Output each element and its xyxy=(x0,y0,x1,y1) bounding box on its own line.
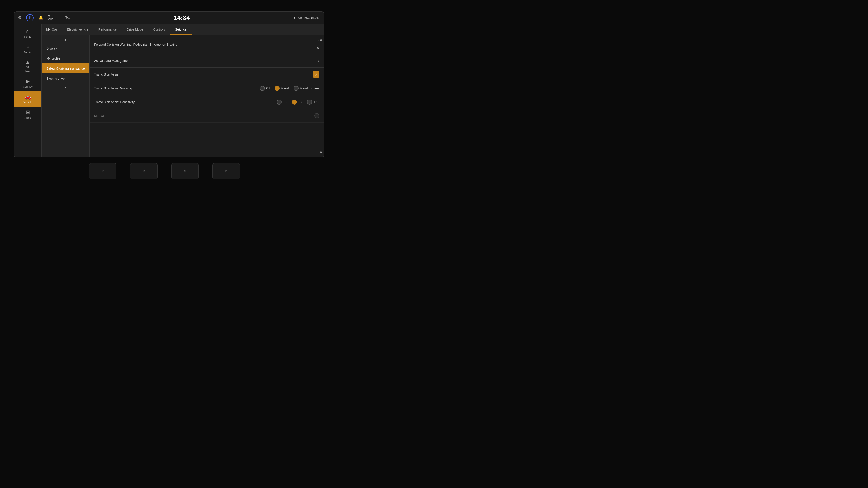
bottom-area: P R N D xyxy=(0,158,329,185)
screen-frame: ⚙ 🎙 🔔 34° OUT 🛰 14:34 ▶ Ole (feat. BNXN)… xyxy=(14,11,324,158)
panel-scroll-down[interactable]: ∨ xyxy=(319,150,322,155)
now-playing: ▶ Ole (feat. BNXN) xyxy=(294,16,320,20)
fcw-arrow-right[interactable]: › xyxy=(318,39,319,43)
tab-drive-mode[interactable]: Drive Mode xyxy=(122,24,148,35)
time-display: 14:34 xyxy=(72,14,291,22)
fcw-arrow-up[interactable]: ∧ xyxy=(316,45,319,50)
settings-status-icon[interactable]: ⚙ xyxy=(18,15,22,20)
tsa-checkbox[interactable]: ✓ xyxy=(313,71,319,77)
sidebar-item-media[interactable]: ♪ Media xyxy=(14,41,41,57)
sub-content: ▲ Display My profile Safety & driving as… xyxy=(41,35,324,157)
status-divider-2 xyxy=(36,14,36,21)
tsas-circle-5 xyxy=(292,99,297,104)
tsas-radio-group: + 0 + 5 + 10 xyxy=(277,99,319,104)
content-area: My Car Electric vehicle Performance Driv… xyxy=(41,24,324,157)
play-icon: ▶ xyxy=(294,16,296,20)
settings-panel: Forward Collision Warning/ Pedestrian Em… xyxy=(90,35,324,157)
my-car-label: My Car xyxy=(41,27,62,31)
tsas-option-0[interactable]: + 0 xyxy=(277,99,287,104)
bell-status-icon[interactable]: 🔔 xyxy=(38,15,43,20)
tsaw-label-visualchime: Visual + chime xyxy=(300,87,319,90)
tsaw-circle-off xyxy=(260,86,265,91)
menu-item-electric-drive[interactable]: Electric drive xyxy=(41,73,89,84)
sidebar-item-nav[interactable]: ▲ SE Nav xyxy=(14,57,41,75)
tsas-label-0: + 0 xyxy=(283,100,287,104)
sidebar-item-vehicle[interactable]: 🚗 Vehicle xyxy=(14,91,41,107)
tsas-circle-10 xyxy=(307,99,312,104)
mic-status-icon[interactable]: 🎙 xyxy=(26,14,34,22)
gps-icon: 🛰 xyxy=(65,15,70,20)
tsaw-option-visual[interactable]: Visual xyxy=(275,86,289,91)
panel-scroll-up[interactable]: ∧ xyxy=(319,37,322,42)
tab-nav: My Car Electric vehicle Performance Driv… xyxy=(41,24,324,35)
nav-icon: ▲ xyxy=(25,59,30,65)
menu-item-my-profile[interactable]: My profile xyxy=(41,54,89,63)
media-icon: ♪ xyxy=(27,44,29,50)
tsaw-label-visual: Visual xyxy=(281,87,289,90)
home-icon: ⌂ xyxy=(26,28,29,34)
menu-scroll-up[interactable]: ▲ xyxy=(41,36,89,43)
tsas-circle-0 xyxy=(277,99,282,104)
setting-row-manual: Manual xyxy=(90,109,324,123)
setting-row-tsaw: Traffic Sign Assist Warning Off Visual xyxy=(90,82,324,95)
left-menu: ▲ Display My profile Safety & driving as… xyxy=(41,35,90,157)
tsas-label: Traffic Sign Assist Sensitivity xyxy=(94,100,277,104)
status-bar: ⚙ 🎙 🔔 34° OUT 🛰 14:34 ▶ Ole (feat. BNXN) xyxy=(14,12,324,24)
main-layout: ⌂ Home ♪ Media ▲ SE Nav ▶ CarPlay 🚗 Vehi… xyxy=(14,24,324,157)
tsas-label-10: + 10 xyxy=(313,100,319,104)
tsaw-circle-visualchime xyxy=(293,86,299,91)
tab-performance[interactable]: Performance xyxy=(93,24,122,35)
now-playing-text: Ole (feat. BNXN) xyxy=(298,16,320,20)
manual-label: Manual xyxy=(94,114,314,118)
tsaw-radio-group: Off Visual Visual + chime xyxy=(260,86,319,91)
menu-item-safety[interactable]: Safety & driving assistance xyxy=(41,63,89,73)
tsaw-label: Traffic Sign Assist Warning xyxy=(94,87,260,90)
carplay-icon: ▶ xyxy=(26,78,30,84)
tsas-option-5[interactable]: + 5 xyxy=(292,99,303,104)
tsas-label-5: + 5 xyxy=(298,100,303,104)
alm-arrow[interactable]: › xyxy=(318,58,319,63)
apps-icon: ⊞ xyxy=(26,109,30,115)
manual-circle[interactable] xyxy=(314,113,319,118)
physical-btn-n[interactable]: N xyxy=(171,163,199,179)
tsaw-label-off: Off xyxy=(266,87,270,90)
nav-sidebar: ⌂ Home ♪ Media ▲ SE Nav ▶ CarPlay 🚗 Vehi… xyxy=(14,24,41,157)
tab-controls[interactable]: Controls xyxy=(148,24,170,35)
sidebar-item-home[interactable]: ⌂ Home xyxy=(14,26,41,41)
tsaw-option-off[interactable]: Off xyxy=(260,86,270,91)
fcw-label: Forward Collision Warning/ Pedestrian Em… xyxy=(94,43,316,46)
tsas-option-10[interactable]: + 10 xyxy=(307,99,319,104)
sidebar-item-apps[interactable]: ⊞ Apps xyxy=(14,107,41,122)
physical-btn-d[interactable]: D xyxy=(212,163,240,179)
tab-electric-vehicle[interactable]: Electric vehicle xyxy=(62,24,93,35)
menu-scroll-down[interactable]: ▼ xyxy=(41,84,89,91)
sidebar-item-carplay[interactable]: ▶ CarPlay xyxy=(14,75,41,91)
menu-item-display[interactable]: Display xyxy=(41,43,89,54)
tsaw-option-visualchime[interactable]: Visual + chime xyxy=(293,86,319,91)
temperature-display: 34° OUT xyxy=(48,14,54,21)
vehicle-icon: 🚗 xyxy=(25,94,31,100)
physical-btn-p[interactable]: P xyxy=(89,163,117,179)
setting-row-tsa[interactable]: Traffic Sign Assist ✓ xyxy=(90,68,324,82)
setting-row-alm[interactable]: Active Lane Management › xyxy=(90,54,324,68)
alm-label: Active Lane Management xyxy=(94,59,318,63)
tsa-label: Traffic Sign Assist xyxy=(94,73,313,76)
setting-row-tsas: Traffic Sign Assist Sensitivity + 0 + 5 xyxy=(90,95,324,109)
tab-settings[interactable]: Settings xyxy=(170,24,192,35)
setting-row-fcw[interactable]: Forward Collision Warning/ Pedestrian Em… xyxy=(90,35,324,54)
nav-badge: SE xyxy=(26,66,29,69)
status-divider-4 xyxy=(56,14,56,21)
tsaw-circle-visual xyxy=(275,86,280,91)
physical-btn-r[interactable]: R xyxy=(130,163,158,179)
